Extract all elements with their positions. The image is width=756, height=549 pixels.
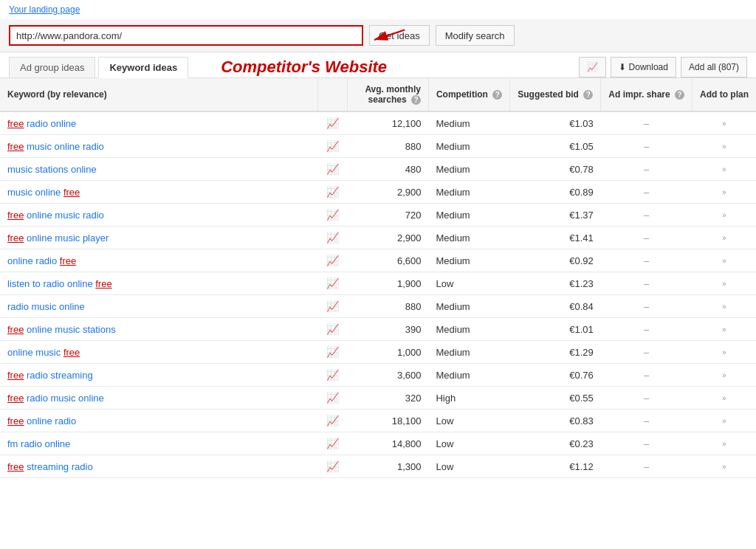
- keyword-cell[interactable]: free online music radio: [0, 204, 317, 227]
- add-to-plan-cell[interactable]: »: [693, 341, 757, 364]
- add-to-plan-cell[interactable]: »: [693, 410, 757, 432]
- add-to-plan-cell[interactable]: »: [693, 364, 757, 387]
- keyword-cell[interactable]: free online radio: [0, 410, 317, 432]
- keyword-cell[interactable]: free online music player: [0, 227, 317, 249]
- add-to-plan-cell[interactable]: »: [693, 227, 757, 249]
- col-avg-searches: Avg. monthlysearches ?: [347, 78, 428, 111]
- red-arrow-icon: [363, 22, 408, 49]
- keyword-cell[interactable]: music stations online: [0, 158, 317, 181]
- keyword-cell[interactable]: online music free: [0, 341, 317, 364]
- chart-cell[interactable]: 📈: [317, 249, 347, 272]
- tab-keyword-ideas[interactable]: Keyword ideas: [98, 57, 188, 78]
- col-ad-impr: Ad impr. share ?: [601, 78, 693, 111]
- breadcrumb[interactable]: Your landing page: [0, 0, 756, 19]
- add-to-plan-cell[interactable]: »: [693, 455, 757, 478]
- chart-cell[interactable]: 📈: [317, 432, 347, 455]
- download-button[interactable]: ⬇ Download: [611, 57, 676, 77]
- keyword-cell[interactable]: online radio free: [0, 249, 317, 272]
- chart-cell[interactable]: 📈: [317, 295, 347, 318]
- table-row: online radio free 📈 6,600 Medium €0.92 –…: [0, 249, 756, 272]
- free-word: free: [7, 232, 24, 244]
- bid-help-icon[interactable]: ?: [583, 90, 593, 100]
- bid-cell: €0.23: [510, 432, 601, 455]
- avg-searches-cell: 2,900: [347, 227, 428, 249]
- keyword-cell[interactable]: free streaming radio: [0, 455, 317, 478]
- impr-help-icon[interactable]: ?: [675, 90, 684, 100]
- col-keyword: Keyword (by relevance): [0, 78, 317, 111]
- add-to-plan-cell[interactable]: »: [693, 249, 757, 272]
- chart-cell[interactable]: 📈: [317, 135, 347, 158]
- add-to-plan-cell[interactable]: »: [693, 318, 757, 341]
- add-to-plan-cell[interactable]: »: [693, 158, 757, 181]
- keyword-cell[interactable]: free radio streaming: [0, 364, 317, 387]
- keyword-cell[interactable]: free music online radio: [0, 135, 317, 158]
- impr-cell: –: [601, 181, 693, 204]
- chart-cell[interactable]: 📈: [317, 387, 347, 410]
- bid-cell: €0.55: [510, 387, 601, 410]
- impr-cell: –: [601, 410, 693, 432]
- competition-cell: Medium: [428, 111, 509, 135]
- add-to-plan-cell[interactable]: »: [693, 387, 757, 410]
- add-all-button[interactable]: Add all (807): [681, 57, 747, 77]
- avg-searches-cell: 12,100: [347, 111, 428, 135]
- competition-cell: Medium: [428, 158, 509, 181]
- impr-cell: –: [601, 135, 693, 158]
- impr-cell: –: [601, 341, 693, 364]
- chart-cell[interactable]: 📈: [317, 181, 347, 204]
- bid-cell: €0.84: [510, 295, 601, 318]
- bid-cell: €0.89: [510, 181, 601, 204]
- bid-cell: €1.05: [510, 135, 601, 158]
- keyword-table: Keyword (by relevance) Avg. monthlysearc…: [0, 78, 756, 478]
- chart-cell[interactable]: 📈: [317, 227, 347, 249]
- table-row: free radio music online 📈 320 High €0.55…: [0, 387, 756, 410]
- add-to-plan-cell[interactable]: »: [693, 135, 757, 158]
- chart-cell[interactable]: 📈: [317, 364, 347, 387]
- bid-cell: €0.92: [510, 249, 601, 272]
- chart-cell[interactable]: 📈: [317, 158, 347, 181]
- keyword-cell[interactable]: music online free: [0, 181, 317, 204]
- competition-cell: Medium: [428, 181, 509, 204]
- chart-cell[interactable]: 📈: [317, 410, 347, 432]
- chart-icon: 📈: [587, 62, 598, 72]
- chart-cell[interactable]: 📈: [317, 204, 347, 227]
- bid-cell: €0.83: [510, 410, 601, 432]
- avg-help-icon[interactable]: ?: [411, 95, 421, 105]
- free-word: free: [7, 210, 24, 221]
- keyword-cell[interactable]: free radio online: [0, 111, 317, 135]
- chart-cell[interactable]: 📈: [317, 455, 347, 478]
- table-row: free online music radio 📈 720 Medium €1.…: [0, 204, 756, 227]
- chart-cell[interactable]: 📈: [317, 111, 347, 135]
- comp-help-icon[interactable]: ?: [492, 90, 502, 100]
- competition-cell: High: [428, 387, 509, 410]
- add-to-plan-cell[interactable]: »: [693, 432, 757, 455]
- keyword-cell[interactable]: listen to radio online free: [0, 272, 317, 295]
- impr-cell: –: [601, 432, 693, 455]
- add-to-plan-cell[interactable]: »: [693, 295, 757, 318]
- bid-cell: €1.37: [510, 204, 601, 227]
- chart-cell[interactable]: 📈: [317, 318, 347, 341]
- add-to-plan-cell[interactable]: »: [693, 181, 757, 204]
- impr-cell: –: [601, 364, 693, 387]
- impr-cell: –: [601, 295, 693, 318]
- table-row: free online music stations 📈 390 Medium …: [0, 318, 756, 341]
- keyword-cell[interactable]: fm radio online: [0, 432, 317, 455]
- chart-cell[interactable]: 📈: [317, 341, 347, 364]
- table-row: music stations online 📈 480 Medium €0.78…: [0, 158, 756, 181]
- tab-ad-group-ideas[interactable]: Ad group ideas: [9, 57, 95, 77]
- impr-cell: –: [601, 158, 693, 181]
- add-to-plan-cell[interactable]: »: [693, 204, 757, 227]
- competition-cell: Medium: [428, 135, 509, 158]
- competition-cell: Low: [428, 272, 509, 295]
- chart-toggle-button[interactable]: 📈: [579, 57, 606, 77]
- modify-search-button[interactable]: Modify search: [436, 25, 515, 46]
- chart-cell[interactable]: 📈: [317, 272, 347, 295]
- keyword-cell[interactable]: radio music online: [0, 295, 317, 318]
- url-input[interactable]: [9, 25, 363, 46]
- bid-cell: €1.23: [510, 272, 601, 295]
- free-word: free: [7, 324, 24, 335]
- add-to-plan-cell[interactable]: »: [693, 111, 757, 135]
- keyword-cell[interactable]: free online music stations: [0, 318, 317, 341]
- keyword-cell[interactable]: free radio music online: [0, 387, 317, 410]
- add-to-plan-cell[interactable]: »: [693, 272, 757, 295]
- col-chart: [317, 78, 347, 111]
